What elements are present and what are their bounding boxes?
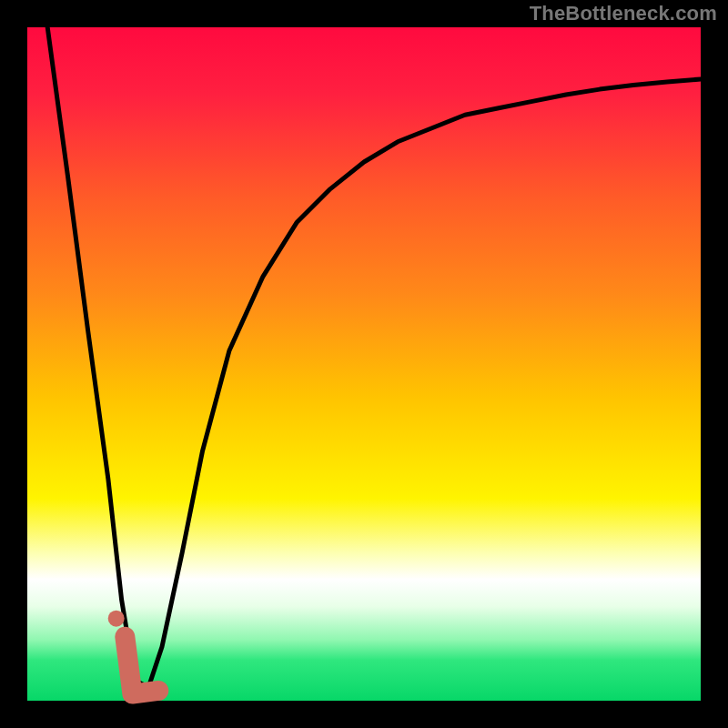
dot-marker: [108, 611, 125, 627]
bottleneck-plot: [0, 0, 728, 728]
chart-stage: TheBottleneck.com: [0, 0, 728, 728]
gradient-background: [27, 27, 701, 701]
watermark-text: TheBottleneck.com: [530, 2, 717, 25]
